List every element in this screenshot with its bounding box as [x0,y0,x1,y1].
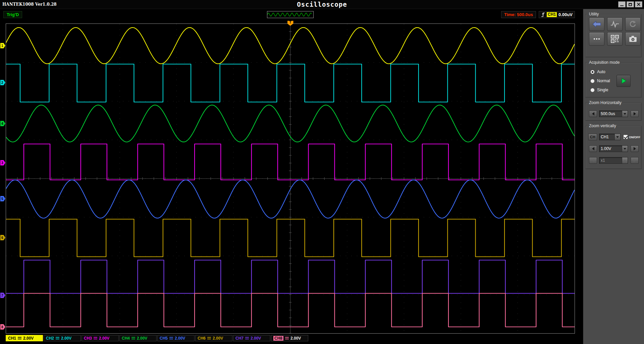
dc-coupling-icon [285,337,289,339]
multiplier-decrease-button [589,157,597,164]
channel-bar-item[interactable]: CH5 2.00V [157,335,195,341]
app-version: HANTEK1008 Ver1.0.28 [2,2,57,7]
trigger-edge-icon [541,12,545,17]
channel-volts: 2.00V [175,336,185,341]
refresh-button [625,17,641,31]
horizontal-zoom-out-button[interactable] [589,110,597,117]
waveform-button[interactable] [607,17,623,31]
chevron-down-icon [622,157,628,163]
minimize-button[interactable] [618,1,626,7]
play-icon [620,77,628,85]
page-title: Oscilloscope [297,1,347,8]
channel-bar-item[interactable]: CH8 2.00V [271,335,308,341]
acquisition-auto-radio[interactable]: Auto [590,69,605,75]
chevron-down-icon [622,146,628,152]
channel-marker-ch5[interactable]: 5 [0,196,5,201]
zoom-vertical-group-label: Zoom vertically [588,124,618,128]
channel-name: CH2 [46,336,54,341]
channel-marker-ch2[interactable]: 2 [0,80,5,85]
channel-bar-item[interactable]: CH4 2.00V [119,335,157,341]
channel-volts: 2.00V [290,336,301,341]
dc-coupling-icon [94,337,97,339]
channel-marker-ch3[interactable]: 3 [0,160,5,165]
time-display: Time: 500.0us [501,11,536,18]
multiplier-value: x1 [599,157,622,163]
acquisition-normal-radio[interactable]: Normal [590,78,610,84]
channel-volts: 2.00V [213,336,223,341]
acquisition-single-radio[interactable]: Single [590,87,608,93]
trigger-level: 0.00uV [558,12,573,17]
chevron-down-icon [614,134,620,140]
zoom-horizontal-group-label: Zoom Horizontally [588,100,623,105]
trigger-status: Trig'D [3,11,22,18]
radio-icon [590,79,595,83]
channel-bar-item[interactable]: CH3 2.00V [82,335,119,341]
maximize-button[interactable] [627,1,634,7]
channel-marker-ch7[interactable]: 7 [0,293,5,298]
onoff-label: ON/OFF [629,136,640,139]
channel-bar-item[interactable]: CH7 2.00V [233,335,270,341]
zoom-vertical-group: Zoom vertically CH CH1 ON/OFF 1.00V x1 [585,126,642,169]
channel-marker-ch1[interactable]: 1 [0,43,5,48]
volts-increase-button[interactable] [631,145,639,152]
channel-name: CH4 [122,336,130,341]
channel-volts: 2.00V [99,336,109,341]
multiplier-select: x1 [599,157,628,164]
back-arrow-icon [592,20,601,29]
channel-name: CH8 [273,336,283,341]
horizontal-zoom-in-button[interactable] [631,110,639,117]
more-options-button[interactable] [589,32,604,46]
utility-group: Utility [585,14,642,57]
window-controls [618,1,642,7]
time-per-div-value: 500.0us [599,111,622,117]
channel-name: CH6 [198,336,206,341]
radio-icon [590,88,595,92]
utility-group-label: Utility [588,12,600,16]
channel-select[interactable]: CH1 [599,134,621,140]
start-button[interactable] [616,75,631,87]
radio-label: Normal [597,79,610,83]
dc-coupling-icon [169,337,173,339]
dc-coupling-icon [18,337,21,339]
maximize-icon [629,3,632,6]
back-button[interactable] [589,17,604,31]
close-button[interactable] [635,1,642,7]
channel-name: CH7 [235,336,244,341]
qr-code-icon [610,35,620,43]
channel-marker-ch8[interactable]: 8 [0,324,5,330]
qr-code-button[interactable] [607,32,623,46]
title-bar: HANTEK1008 Ver1.0.28 Oscilloscope [0,0,644,9]
zoom-horizontal-group: Zoom Horizontally 500.0us [585,103,642,121]
channel-volts: 2.00V [61,336,71,341]
channel-onoff-checkbox[interactable] [623,135,628,139]
volts-per-div-value: 1.00V [599,146,622,152]
channel-label-button: CH [588,134,597,140]
dc-coupling-icon [131,337,135,339]
channel-marker-ch4[interactable]: 4 [0,121,5,126]
channel-bar-item[interactable]: CH1 2.00V [6,335,43,341]
ellipsis-icon [592,35,601,43]
channel-volts: 2.00V [23,336,34,341]
preview-waveform [267,11,313,18]
time-per-div-select[interactable]: 500.0us [599,110,628,117]
chevron-down-icon [622,111,628,117]
acquisition-group-label: Acquisition mode [588,60,621,65]
volts-per-div-select[interactable]: 1.00V [599,145,628,152]
camera-icon [628,35,638,43]
channel-name: CH1 [8,336,16,341]
channel-status-bar: CH1 2.00V CH2 2.00V CH3 2.00V CH4 2.00V … [6,335,308,341]
radio-icon [590,70,595,74]
channel-volts: 2.00V [251,336,261,341]
control-panel: Utility [583,9,644,344]
minimize-icon [620,5,624,6]
channel-bar-item[interactable]: CH2 2.00V [44,335,81,341]
radio-label: Auto [597,69,605,74]
dc-coupling-icon [245,337,249,339]
channel-marker-ch6[interactable]: 6 [0,235,5,240]
volts-decrease-button[interactable] [589,145,597,152]
channel-bar-item[interactable]: CH6 2.00V [195,335,232,341]
channel-volts: 2.00V [137,336,147,341]
channel-select-value: CH1 [599,134,614,140]
channel-name: CH5 [160,336,168,341]
screenshot-button[interactable] [625,32,641,46]
